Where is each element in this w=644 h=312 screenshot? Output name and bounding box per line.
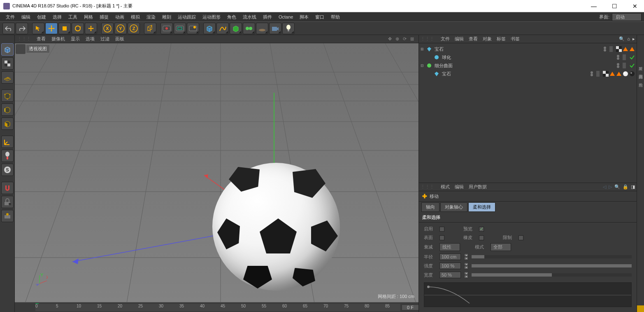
tag-vis[interactable] <box>616 63 622 68</box>
grip-icon[interactable]: ⋮⋮⋮ <box>421 36 434 42</box>
maximize-button[interactable]: ☐ <box>609 2 620 10</box>
tag-vis2[interactable] <box>596 71 602 77</box>
width-spinner[interactable]: ▴▾ <box>464 272 468 278</box>
objtab-编辑[interactable]: 编辑 <box>455 36 464 41</box>
vpmenu-摄像机[interactable]: 摄像机 <box>51 36 65 41</box>
object-name[interactable]: 宝石 <box>434 46 444 52</box>
menu-角色[interactable]: 角色 <box>224 13 239 21</box>
viewport-cube-icon[interactable] <box>16 44 26 54</box>
soccer-ball-object[interactable] <box>212 163 340 291</box>
edge-tab-1[interactable]: 对象 <box>637 60 644 66</box>
tree-row[interactable]: ⊟细分曲面 <box>421 61 635 70</box>
menu-选择[interactable]: 选择 <box>49 13 65 21</box>
close-button[interactable]: ✕ <box>629 2 641 10</box>
radius-field[interactable]: 100 cm <box>439 253 461 260</box>
menu-Octane[interactable]: Octane <box>275 13 296 21</box>
menu-网格[interactable]: 网格 <box>81 13 96 21</box>
cube-primitive-button[interactable] <box>203 23 216 34</box>
object-name[interactable]: 球化 <box>441 54 452 61</box>
object-name[interactable]: 细分曲面 <box>434 63 453 69</box>
object-name[interactable]: 宝石 <box>441 71 452 77</box>
objtab-文件[interactable]: 文件 <box>441 36 450 41</box>
menu-创建[interactable]: 创建 <box>34 13 49 21</box>
axis-widget[interactable]: YXZ <box>35 273 48 286</box>
tag-vis2[interactable] <box>623 54 628 60</box>
tree-row[interactable]: ⊞宝石 <box>421 45 635 53</box>
menu-编辑[interactable]: 编辑 <box>18 13 34 21</box>
strength-field[interactable]: 100 % <box>439 263 461 269</box>
camera-button[interactable] <box>269 23 281 34</box>
nav-back-icon[interactable]: ◁ <box>603 184 606 190</box>
grip-icon[interactable]: ⋮⋮⋮ <box>17 36 31 42</box>
vpmenu-查看[interactable]: 查看 <box>37 36 46 41</box>
tree-row[interactable]: 宝石 <box>421 70 635 78</box>
menu-模拟[interactable]: 模拟 <box>128 13 143 21</box>
polygon-mode-button[interactable] <box>1 117 14 130</box>
y-axis-button[interactable]: Y <box>114 23 127 34</box>
vpmenu-显示[interactable]: 显示 <box>71 36 80 41</box>
edge-mode-button[interactable] <box>1 103 14 116</box>
surface-checkbox[interactable] <box>439 235 444 240</box>
move-button[interactable] <box>45 23 58 34</box>
objtab-查看[interactable]: 查看 <box>469 36 478 41</box>
menu-运动跟踪[interactable]: 运动跟踪 <box>174 13 199 21</box>
menu-脚本[interactable]: 脚本 <box>296 13 312 21</box>
lock-icon[interactable]: 🔒 <box>623 184 628 190</box>
preview-checkbox[interactable]: ✓ <box>479 227 484 232</box>
lock-button[interactable] <box>1 196 14 208</box>
viewport-solo-button[interactable] <box>1 210 14 222</box>
nav-rotate-icon[interactable]: ⟳ <box>403 36 409 42</box>
rubber-checkbox[interactable] <box>479 235 484 240</box>
strength-slider[interactable] <box>472 264 632 267</box>
tag-vis[interactable] <box>616 54 622 60</box>
tag-tri[interactable] <box>629 46 635 52</box>
falloff-dropdown[interactable]: 线性 <box>439 243 460 251</box>
object-tree[interactable]: ⊞宝石球化⊟细分曲面宝石 <box>419 43 637 183</box>
menu-工具[interactable]: 工具 <box>65 13 81 21</box>
render-region-button[interactable] <box>174 23 186 34</box>
x-axis-button[interactable]: X <box>101 23 114 34</box>
snap-button[interactable]: S <box>1 164 14 176</box>
layout-select[interactable]: 启动 <box>612 13 642 21</box>
limit-checkbox[interactable] <box>518 235 523 240</box>
edge-tab-attr[interactable]: 属性 <box>637 305 644 312</box>
width-slider[interactable] <box>472 273 632 277</box>
model-mode-button[interactable] <box>1 43 14 56</box>
tag-tri[interactable] <box>623 46 628 52</box>
menu-动画[interactable]: 动画 <box>112 13 128 21</box>
vpmenu-面板[interactable]: 面板 <box>115 36 124 41</box>
nav-fwd-icon[interactable]: ▷ <box>609 184 612 190</box>
menu-渲染[interactable]: 渲染 <box>143 13 159 21</box>
tag-check-green[interactable] <box>629 63 635 68</box>
menu-捕捉[interactable]: 捕捉 <box>96 13 112 21</box>
search-icon[interactable]: 🔍 <box>614 184 620 190</box>
vpmenu-过滤[interactable]: 过滤 <box>100 36 109 41</box>
point-mode-button[interactable] <box>1 89 14 102</box>
tag-vis[interactable] <box>603 46 609 52</box>
home-icon[interactable]: ⌂ <box>627 36 630 42</box>
tag-check-green[interactable] <box>629 54 635 60</box>
tab-soft-select[interactable]: 柔和选择 <box>468 202 495 212</box>
workplane-button[interactable] <box>1 71 14 84</box>
tag-mat2[interactable] <box>629 71 635 77</box>
mode-dropdown[interactable]: 全部 <box>491 243 511 251</box>
render-settings-button[interactable] <box>187 23 199 34</box>
deformer-button[interactable] <box>243 23 255 34</box>
last-tool-button[interactable] <box>85 23 97 34</box>
light-button[interactable] <box>282 23 295 34</box>
tag-tri[interactable] <box>609 71 615 77</box>
tag-checker[interactable] <box>603 71 609 77</box>
menu-插件[interactable]: 插件 <box>260 13 275 21</box>
tag-vis[interactable] <box>590 71 595 77</box>
edge-tab-3[interactable]: 构造 <box>637 76 644 83</box>
attr-edit-tab[interactable]: 编辑 <box>455 184 464 190</box>
radius-slider[interactable] <box>472 255 632 258</box>
generator-button[interactable] <box>230 23 242 34</box>
menu-运动图形[interactable]: 运动图形 <box>199 13 224 21</box>
undo-button[interactable] <box>2 23 15 34</box>
menu-窗口[interactable]: 窗口 <box>312 13 328 21</box>
texture-mode-button[interactable] <box>1 57 14 70</box>
width-field[interactable]: 50 % <box>439 272 461 278</box>
environment-button[interactable] <box>256 23 268 34</box>
axis-mode-button[interactable] <box>1 136 14 148</box>
